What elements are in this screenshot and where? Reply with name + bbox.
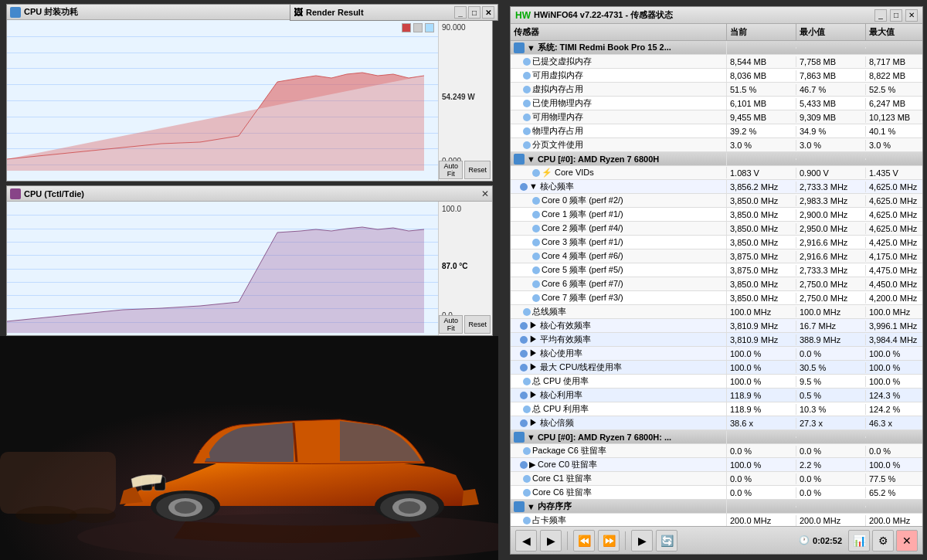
cpu-power-chart-area: 90.000 54.249 W 0.000 Auto Fit Reset	[7, 20, 492, 181]
hwinfo-window: HW HWiNFO64 v7.22-4731 - 传感器状态 _ □ ✕ 传感器…	[510, 6, 923, 555]
render-close-btn[interactable]: ✕	[482, 6, 494, 19]
car-svg	[0, 336, 498, 560]
table-row: Core 7 频率 (perf #3/) 3,850.0 MHz 2,750.0…	[511, 291, 922, 305]
toolbar-play-btn[interactable]: ▶	[631, 530, 653, 552]
table-row: 可用虚拟内存 8,036 MB 7,863 MB 8,822 MB 8,030 …	[511, 69, 922, 83]
table-row: Core C1 驻留率 0.0 % 0.0 % 77.5 % 4.3 %	[511, 472, 922, 486]
cpu-temp-chart-svg	[7, 202, 438, 335]
table-row: ▶ 核心使用率 100.0 % 0.0 % 100.0 % 93.8	[511, 347, 922, 361]
svg-point-17	[70, 507, 116, 523]
table-row: 虚拟内存占用 51.5 % 46.7 % 52.5 % 51.5 %	[511, 83, 922, 97]
table-row: Core 0 频率 (perf #2/) 3,850.0 MHz 2,983.3…	[511, 194, 922, 208]
render-titlebar: 🖼 Render Result _ □ ✕	[290, 4, 498, 21]
hwinfo-window-controls: _ □ ✕	[874, 9, 918, 22]
render-icon: 🖼	[294, 7, 303, 18]
cpu-power-window: CPU 封装功耗 ✕ 90.000 54	[6, 4, 493, 182]
table-row: ▼ CPU [#0]: AMD Ryzen 7 6800H	[511, 152, 922, 166]
render-maximize-btn[interactable]: □	[468, 6, 480, 19]
table-row: 分页文件使用 3.0 % 3.0 % 3.0 % 3.0 %	[511, 138, 922, 152]
toolbar-time-value: 0:02:52	[813, 536, 842, 545]
cpu-temp-title: CPU (Tctl/Tdie)	[24, 189, 84, 199]
hwinfo-table-container: 传感器 当前 最小值 最大值 平均 ▼ 系统: TIMI Redmi Book …	[511, 24, 922, 526]
cpu-temp-chart-area: 100.0 87.0 °C 0.0 Auto Fit Reset	[7, 202, 492, 335]
toolbar-export-btn[interactable]: 📊	[848, 530, 870, 552]
render-minimize-btn[interactable]: _	[454, 6, 467, 19]
table-row: Core 6 频率 (perf #7/) 3,850.0 MHz 2,750.0…	[511, 277, 922, 291]
autofit-btn[interactable]: Auto Fit	[439, 161, 463, 179]
chart-legend	[402, 23, 434, 32]
table-row: 总线频率 100.0 MHz 100.0 MHz 100.0 MHz 100.0…	[511, 305, 922, 319]
toolbar-skip-forward-btn[interactable]: ⏩	[598, 530, 620, 552]
temp-chart-current: 87.0 °C	[442, 262, 467, 270]
temp-reset-btn[interactable]: Reset	[464, 315, 491, 334]
reset-btn[interactable]: Reset	[464, 161, 491, 179]
hwinfo-icon: HW	[515, 10, 531, 21]
svg-point-16	[15, 506, 77, 524]
table-row: ▶ 最大 CPU/线程使用率 100.0 % 30.5 % 100.0 % 96…	[511, 361, 922, 375]
legend-box-1	[402, 23, 411, 32]
header-col3: 最小值	[796, 24, 866, 40]
cpu-temp-icon	[10, 188, 21, 199]
toolbar-time: 🕐 0:02:52	[799, 535, 842, 545]
toolbar-back-btn[interactable]: ◀	[515, 530, 537, 552]
table-row: Package C6 驻留率 0.0 % 0.0 % 0.0 % 0.0 %	[511, 444, 922, 458]
cpu-temp-titlebar: CPU (Tctl/Tdie) ✕	[7, 186, 492, 202]
table-row: 物理内存占用 39.2 % 34.9 % 40.1 % 39.1 %	[511, 124, 922, 138]
hwinfo-table-header: 传感器 当前 最小值 最大值 平均	[511, 24, 922, 41]
table-row: ⚡ Core VIDs 1.083 V 0.900 V 1.435 V 1.10…	[511, 166, 922, 180]
table-row: Core 4 频率 (perf #6/) 3,875.0 MHz 2,916.6…	[511, 249, 922, 263]
chart-value-top: 90.000	[442, 23, 466, 32]
hwinfo-close-btn[interactable]: ✕	[905, 9, 918, 22]
table-row: Core 3 频率 (perf #1/) 3,850.0 MHz 2,916.6…	[511, 236, 922, 249]
toolbar-forward-btn[interactable]: ▶	[540, 530, 562, 552]
toolbar-skip-back-btn[interactable]: ⏪	[573, 530, 595, 552]
cpu-power-chart-svg	[7, 20, 438, 181]
legend-box-3	[425, 23, 434, 32]
table-row: 占卡频率 200.0 MHz 200.0 MHz 200.0 MHz 200.0…	[511, 514, 922, 526]
svg-point-11	[399, 501, 420, 514]
legend-box-2	[413, 23, 423, 32]
table-row: ▶ 核心有效频率 3,810.9 MHz 16.7 MHz 3,996.1 MH…	[511, 319, 922, 333]
table-row: ▶ 核心倍频 38.6 x 27.3 x 46.3 x 38.3	[511, 416, 922, 430]
svg-rect-15	[0, 452, 116, 514]
table-row: ▶ 平均有效频率 3,810.9 MHz 388.9 MHz 3,984.4 M…	[511, 333, 922, 347]
cpu-temp-sidebar: 100.0 87.0 °C 0.0 Auto Fit Reset	[438, 202, 492, 335]
svg-marker-1	[7, 227, 424, 333]
hwinfo-table-body[interactable]: ▼ 系统: TIMI Redmi Book Pro 15 2... 已提交虚拟内…	[511, 41, 922, 526]
table-row: Core 5 频率 (perf #5/) 3,875.0 MHz 2,733.3…	[511, 263, 922, 277]
header-col1: 传感器	[511, 24, 727, 40]
toolbar-reset-btn[interactable]: 🔄	[656, 530, 677, 552]
cpu-power-sidebar: 90.000 54.249 W 0.000 Auto Fit Reset	[438, 20, 492, 181]
car-render-image	[0, 336, 498, 560]
toolbar-separator-1	[567, 531, 568, 550]
toolbar-settings-btn[interactable]: ⚙	[872, 530, 894, 552]
hwinfo-title: HWiNFO64 v7.22-4731 - 传感器状态	[534, 9, 673, 21]
cpu-power-title: CPU 封装功耗	[24, 6, 78, 18]
table-row: ▶ 核心利用率 118.9 % 0.5 % 124.3 % 112.1 %	[511, 389, 922, 402]
temp-autofit-btn[interactable]: Auto Fit	[439, 315, 463, 334]
temp-chart-value-top: 100.0	[442, 205, 461, 213]
table-row: 总 CPU 使用率 100.0 % 9.5 % 100.0 % 93.8 %	[511, 375, 922, 389]
header-col2: 当前	[727, 24, 796, 40]
svg-point-7	[175, 501, 196, 514]
table-row: Core 2 频率 (perf #4/) 3,850.0 MHz 2,950.0…	[511, 222, 922, 236]
hwinfo-titlebar: HW HWiNFO64 v7.22-4731 - 传感器状态 _ □ ✕	[511, 7, 922, 24]
hwinfo-toolbar: ◀ ▶ ⏪ ⏩ ▶ 🔄 🕐 0:02:52 📊 ⚙ ✕	[511, 526, 922, 554]
toolbar-separator-2	[625, 531, 626, 550]
table-row: ▼ 系统: TIMI Redmi Book Pro 15 2...	[511, 41, 922, 55]
table-row: Core 1 频率 (perf #1/) 3,850.0 MHz 2,900.0…	[511, 208, 922, 222]
table-row: ▼ 核心频率 3,856.2 MHz 2,733.3 MHz 4,625.0 M…	[511, 180, 922, 194]
table-row: Core C6 驻留率 0.0 % 0.0 % 65.2 % 1.2 %	[511, 486, 922, 500]
hwinfo-minimize-btn[interactable]: _	[874, 9, 887, 22]
render-title: Render Result	[306, 8, 364, 17]
table-row: 已提交虚拟内存 8,544 MB 7,758 MB 8,717 MB 8,550…	[511, 55, 922, 69]
toolbar-time-icon: 🕐	[799, 535, 810, 545]
table-row: ▶ Core C0 驻留率 100.0 % 2.2 % 100.0 % 94.5…	[511, 458, 922, 472]
cpu-power-icon	[10, 7, 21, 18]
header-col4: 最大值	[866, 24, 922, 40]
cpu-temp-close[interactable]: ✕	[481, 188, 489, 199]
hwinfo-maximize-btn[interactable]: □	[890, 9, 902, 22]
chart-buttons: Auto Fit Reset	[439, 161, 491, 179]
table-row: ▼ CPU [#0]: AMD Ryzen 7 6800H: ...	[511, 430, 922, 444]
toolbar-close-btn[interactable]: ✕	[896, 530, 918, 552]
